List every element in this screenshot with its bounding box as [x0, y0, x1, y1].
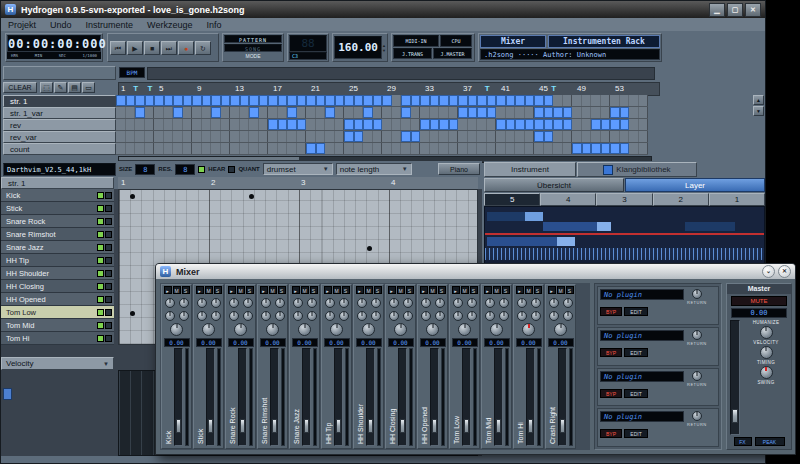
pan-knob[interactable] — [362, 323, 375, 336]
song-grid-cell[interactable] — [173, 131, 183, 142]
pan-knob[interactable] — [522, 323, 535, 336]
channel-mute-button[interactable]: M — [493, 286, 501, 294]
song-grid-cell[interactable] — [363, 107, 373, 118]
song-grid-cell[interactable] — [401, 131, 411, 142]
song-grid-cell[interactable] — [477, 131, 487, 142]
swing-knob[interactable] — [760, 366, 773, 379]
channel-solo-button[interactable]: S — [566, 286, 574, 294]
jack-master-button[interactable]: J.MASTER — [433, 48, 472, 59]
pan-knob[interactable] — [330, 323, 343, 336]
song-grid-cell[interactable] — [553, 95, 563, 106]
song-grid-cell[interactable] — [506, 95, 516, 106]
select-mode-icon[interactable]: ⬚ — [40, 82, 53, 93]
fx-send-knob[interactable] — [357, 311, 367, 321]
song-grid-cell[interactable] — [544, 143, 554, 154]
song-grid-cell[interactable] — [477, 107, 487, 118]
song-grid-cell[interactable] — [487, 107, 497, 118]
fx-bypass-button[interactable]: BYP — [600, 348, 622, 357]
channel-solo-button[interactable]: S — [342, 286, 350, 294]
fx-send-knob[interactable] — [453, 311, 463, 321]
song-grid-cell[interactable] — [477, 95, 487, 106]
channel-fader[interactable] — [238, 348, 247, 446]
song-grid-cell[interactable] — [154, 131, 164, 142]
fader-handle[interactable] — [208, 419, 213, 433]
fx-send-knob[interactable] — [165, 311, 175, 321]
fx-send-knob[interactable] — [165, 298, 175, 308]
fx-send-knob[interactable] — [261, 298, 271, 308]
song-grid-cell[interactable] — [439, 95, 449, 106]
song-grid-cell[interactable] — [230, 143, 240, 154]
fx-send-knob[interactable] — [197, 298, 207, 308]
fx-edit-button[interactable]: EDIT — [624, 307, 648, 316]
fader-handle[interactable] — [496, 419, 501, 433]
fx-edit-button[interactable]: EDIT — [624, 348, 648, 357]
song-grid-cell[interactable] — [183, 95, 193, 106]
fx-return-knob[interactable] — [692, 289, 702, 299]
pattern-name[interactable]: str. 1_var — [3, 107, 116, 119]
pattern-ruler[interactable]: 1234 — [118, 177, 478, 189]
song-grid-cell[interactable] — [411, 131, 421, 142]
song-grid-cell[interactable] — [363, 143, 373, 154]
song-grid-cell[interactable] — [620, 143, 630, 154]
song-grid-cell[interactable] — [515, 107, 525, 118]
clear-button[interactable]: CLEAR — [3, 82, 37, 93]
main-titlebar[interactable]: H Hydrogen 0.9.5-svn-exported - love_is_… — [1, 1, 765, 18]
song-grid-cell[interactable] — [164, 107, 174, 118]
fader-handle[interactable] — [336, 419, 341, 433]
channel-solo-button[interactable]: S — [278, 286, 286, 294]
song-grid-cell[interactable] — [563, 95, 573, 106]
pan-knob[interactable] — [234, 323, 247, 336]
pan-knob[interactable] — [426, 323, 439, 336]
song-grid-cell[interactable] — [363, 119, 373, 130]
song-grid-cell[interactable] — [154, 143, 164, 154]
song-grid-cell[interactable] — [639, 131, 649, 142]
song-grid-cell[interactable] — [183, 131, 193, 142]
song-grid-cell[interactable] — [335, 131, 345, 142]
fader-handle[interactable] — [432, 419, 437, 433]
song-grid-cell[interactable] — [591, 143, 601, 154]
layer-slot-3[interactable]: 3 — [596, 193, 652, 206]
song-grid-cell[interactable] — [325, 143, 335, 154]
song-grid-cell[interactable] — [515, 131, 525, 142]
channel-mute-button[interactable]: M — [205, 286, 213, 294]
song-grid-cell[interactable] — [506, 143, 516, 154]
song-grid-cell[interactable] — [259, 119, 269, 130]
note-dot[interactable] — [367, 246, 372, 251]
fx-send-knob[interactable] — [339, 311, 349, 321]
fx-return-knob[interactable] — [692, 411, 702, 421]
channel-fader[interactable] — [334, 348, 343, 446]
song-grid-cell[interactable] — [582, 143, 592, 154]
channel-solo-button[interactable]: S — [470, 286, 478, 294]
song-grid-cell[interactable] — [154, 119, 164, 130]
song-grid-cell[interactable] — [487, 131, 497, 142]
song-grid-cell[interactable] — [373, 131, 383, 142]
song-grid-cell[interactable] — [439, 119, 449, 130]
channel-fader[interactable] — [494, 348, 503, 446]
song-grid-cell[interactable] — [601, 107, 611, 118]
song-grid-cell[interactable] — [629, 131, 639, 142]
song-grid-cell[interactable] — [202, 95, 212, 106]
instrument-mute-led[interactable] — [97, 192, 104, 199]
song-grid-cell[interactable] — [411, 119, 421, 130]
fx-send-knob[interactable] — [293, 298, 303, 308]
song-grid-cell[interactable] — [582, 119, 592, 130]
song-grid-cell[interactable] — [363, 131, 373, 142]
song-grid-cell[interactable] — [572, 131, 582, 142]
song-grid-cell[interactable] — [287, 143, 297, 154]
song-grid-cell[interactable] — [534, 143, 544, 154]
song-grid-cell[interactable] — [534, 95, 544, 106]
song-grid-cell[interactable] — [278, 119, 288, 130]
song-grid-cell[interactable] — [468, 143, 478, 154]
fx-send-knob[interactable] — [421, 298, 431, 308]
song-grid-cell[interactable] — [563, 107, 573, 118]
song-grid-cell[interactable] — [468, 119, 478, 130]
pattern-name[interactable]: rev — [3, 119, 116, 131]
song-grid-cell[interactable] — [449, 131, 459, 142]
song-grid-cell[interactable] — [468, 107, 478, 118]
song-grid-cell[interactable] — [192, 143, 202, 154]
close-button[interactable]: ✕ — [745, 3, 761, 17]
song-grid-cell[interactable] — [268, 143, 278, 154]
song-grid-cell[interactable] — [126, 131, 136, 142]
input-mode-select[interactable]: drumset ▼ — [263, 163, 333, 175]
song-grid-cell[interactable] — [401, 107, 411, 118]
